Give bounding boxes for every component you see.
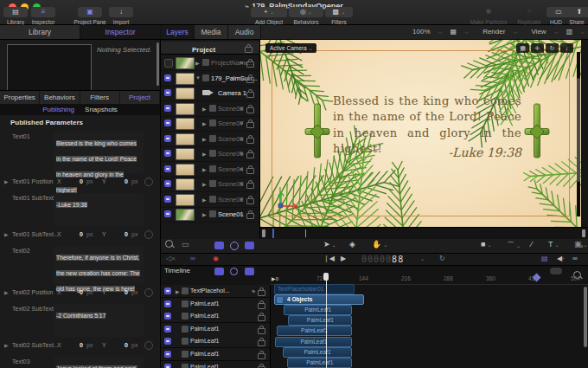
layer-checkbox[interactable] [164,74,171,81]
layer-checkbox[interactable] [164,105,171,112]
disclosure-icon[interactable]: ▶ [202,120,207,126]
layer-row-camera-1[interactable]: Camera 1 [161,86,259,101]
disclosure-icon[interactable]: ▶ [202,197,207,203]
playhead[interactable] [326,274,328,368]
lock-icon[interactable] [246,122,254,128]
layer-row-scene05[interactable]: ▶Scene05⚑ [161,146,259,162]
inspector-tab-properties[interactable]: Properties [0,91,40,104]
filmstrip-icon[interactable]: ▭ [182,240,189,249]
tab-media[interactable]: Media [195,25,228,39]
lock-icon[interactable] [258,303,265,309]
disclosure-icon[interactable]: ▶ [202,181,207,187]
timeline-opacity-toggle[interactable] [230,268,238,275]
disclosure-icon[interactable]: ▶ [176,288,180,294]
add-object-button[interactable]: + ⌄ Add Object [251,7,287,25]
timeline-bar-palmleaf1[interactable]: PalmLeaf1 [277,326,353,336]
timeline-layers-toggle[interactable] [245,268,254,275]
timeline-bar-palmleaf1[interactable]: PalmLeaf1 [287,358,353,368]
mute-icon[interactable]: ◁× [166,255,176,262]
inspector-scrollbar[interactable] [157,42,159,86]
layer-checkbox[interactable] [164,135,171,142]
lock-icon[interactable] [258,340,265,346]
flag-icon[interactable]: ⚑ [240,211,244,217]
camera-view-icon[interactable]: ▦ [516,43,529,53]
disclosure-icon[interactable]: ▶ [195,60,200,66]
timeline-bar-palmleaf1[interactable]: PalmLeaf1 [275,337,352,347]
loop-playback-icon[interactable]: ∞ [572,255,578,262]
previous-frame-button[interactable]: ❘◀ [323,255,335,262]
layer-checkbox[interactable] [164,338,171,345]
x-value-field[interactable]: 0 [80,178,83,184]
inspector-subtab-snapshots[interactable]: Snapshots [85,106,118,113]
layer-checkbox[interactable] [164,59,173,68]
reset-icon[interactable] [144,288,153,297]
render-menu[interactable]: Render ⌵ [476,28,517,36]
param-text-field[interactable]: Jesus looked at them and said, "With man… [54,357,144,368]
lock-icon[interactable] [246,213,254,219]
canvas-vertical-scrollbar[interactable] [577,52,580,216]
layer-checkbox[interactable] [164,287,171,294]
select-tool[interactable]: ➤⌄ [323,240,336,249]
flag-icon[interactable]: ⚑ [240,151,244,157]
layer-checkbox[interactable] [164,364,171,368]
x-value-field[interactable]: 0 [80,289,83,295]
view-menu[interactable]: View ⌵ [525,28,558,36]
inspector-tab-behaviors[interactable]: Behaviors [40,91,80,104]
disclosure-icon[interactable]: ▶ [202,166,207,172]
import-button[interactable]: ↓ Import [109,7,133,25]
filters-button[interactable]: ▩ ⌄ Filters [325,7,353,25]
timeline-layer-row[interactable]: PalmLeaf1 [161,298,270,311]
range-start-handle[interactable] [262,229,265,237]
lock-icon[interactable] [246,152,254,158]
playhead-handle[interactable] [323,273,329,281]
timeline-layer-row[interactable]: ▶TextPlacehol...⚑ [161,285,270,298]
timeline-layer-row[interactable]: PalmLeaf1 [161,361,270,368]
link-icon[interactable]: ∞ [190,255,195,262]
timeline-bar-textplaceholder01[interactable]: TextPlaceholder01 [274,284,355,294]
timeline-bar-palmleaf1[interactable]: PalmLeaf1 [283,347,353,358]
flag-icon[interactable]: ⚑ [240,181,244,187]
inspector-subtab-publishing[interactable]: Publishing [42,106,74,113]
flag-icon[interactable]: ⚑ [240,75,244,81]
disclosure-icon[interactable]: ▶ [202,151,207,157]
range-end-handle[interactable] [582,229,585,237]
layer-row-projectname-[interactable]: ▶ProjectName...⚑ [161,55,259,71]
layer-checkbox[interactable] [164,351,171,358]
lock-icon[interactable] [246,107,254,113]
flag-icon[interactable]: ⚑ [240,120,244,126]
pan-tool[interactable]: ✋⌄ [372,240,387,249]
timeline-layer-row[interactable]: PalmLeaf1 [161,323,270,336]
flag-icon[interactable]: ⚑ [240,106,244,112]
lock-icon[interactable] [246,138,254,144]
lock-icon[interactable] [246,92,254,98]
layer-row-scene08[interactable]: ▶Scene08⚑ [161,101,259,117]
pan-view-icon[interactable]: ✛ [531,43,544,53]
layer-checkbox[interactable] [164,150,171,157]
layer-checkbox[interactable] [164,119,171,126]
timeline-layer-row[interactable]: PalmLeaf1 [161,310,270,323]
flag-icon[interactable]: ⚑ [240,197,244,203]
behaviors-button[interactable]: ◎ ⌄ Behaviors [289,7,323,25]
record-icon[interactable]: ◉ [213,255,219,262]
layer-checkbox[interactable] [164,165,171,172]
layer-checkbox[interactable] [164,300,171,307]
keyframe-record-icon[interactable]: ▤ [541,255,548,262]
hud-button[interactable]: ▭ HUD [546,7,566,25]
tab-audio[interactable]: Audio [228,25,261,39]
tab-library[interactable]: Library [0,25,80,39]
layer-row-179-palmsun-[interactable]: ▼179_PalmSun...⚑ [161,71,259,87]
layer-row-scene04[interactable]: ▶Scene04⚑ [161,162,259,178]
inspector-button[interactable]: ≡ Inspector [31,7,55,25]
layer-row-scene07[interactable]: ▶Scene07⚑ [161,116,259,132]
disclosure-icon[interactable]: ▶ [4,289,9,295]
layer-row-scene02[interactable]: ▶Scene02⚑ [161,192,259,208]
line-tool[interactable]: ∕ [531,240,533,249]
layout-select[interactable]: ▥ ⌵ [566,28,585,36]
inspector-tab-project[interactable]: Project [120,91,160,104]
layer-row-scene01[interactable]: ▶Scene01⚑ [161,207,259,223]
y-value-field[interactable]: 0 [125,342,128,348]
param-text-field[interactable]: Therefore, if anyone is in Christ, the n… [54,246,144,284]
disclosure-icon[interactable]: ▶ [4,342,9,348]
rectangle-tool[interactable]: ■⌄ [481,240,491,249]
layer-checkbox[interactable] [164,326,171,332]
